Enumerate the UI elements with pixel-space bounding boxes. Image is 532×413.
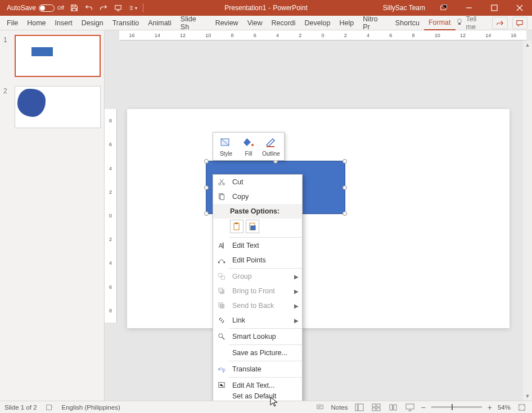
alt-text-icon: [217, 380, 227, 391]
cm-copy-label: Copy: [232, 193, 249, 201]
cm-send-back: Send to Back ▶: [213, 298, 302, 313]
paste-picture-button[interactable]: [246, 220, 259, 233]
tab-animations[interactable]: Animati: [143, 16, 176, 30]
save-icon[interactable]: [70, 3, 79, 12]
list-icon[interactable]: ▾: [128, 3, 137, 12]
scroll-up-icon[interactable]: ▲: [523, 40, 532, 49]
cm-edit-alt-label: Edit Alt Text...: [232, 382, 275, 389]
handle-tl[interactable]: [204, 159, 209, 164]
thumb-blob: [17, 89, 46, 117]
zoom-level[interactable]: 54%: [498, 404, 511, 411]
edit-text-icon: A: [217, 240, 227, 251]
cm-cut-label: Cut: [232, 178, 243, 186]
tab-home[interactable]: Home: [22, 16, 50, 30]
cm-link[interactable]: Link ▶: [213, 313, 302, 328]
cm-group: Group ▶: [213, 269, 302, 284]
cm-copy[interactable]: Copy: [213, 189, 302, 204]
cm-cut[interactable]: Cut: [213, 175, 302, 189]
handle-br[interactable]: [342, 211, 347, 216]
copy-icon: [217, 192, 227, 202]
edit-points-icon: [217, 255, 227, 265]
tab-nitro[interactable]: Nitro Pr: [358, 16, 391, 30]
style-button[interactable]: Style: [215, 135, 237, 158]
scroll-down-icon[interactable]: ▼: [523, 392, 532, 401]
edit-area: 1614121086420246810121416 864202468 ▲ ▼: [105, 30, 532, 401]
slideshow-view-icon[interactable]: [404, 403, 416, 412]
tab-file[interactable]: File: [2, 16, 22, 30]
doc-name: Presentation1: [224, 4, 266, 12]
zoom-slider[interactable]: [431, 406, 482, 408]
fit-window-icon[interactable]: [516, 403, 528, 412]
reading-view-icon[interactable]: [387, 403, 399, 412]
zoom-out-icon[interactable]: −: [421, 403, 426, 412]
handle-mr[interactable]: [342, 185, 347, 190]
style-label: Style: [220, 151, 232, 157]
send-back-icon: [217, 301, 227, 311]
language-indicator[interactable]: English (Philippines): [62, 404, 120, 411]
redo-icon[interactable]: [99, 3, 108, 12]
tab-shortcuts[interactable]: Shortcu: [391, 16, 424, 30]
comments-icon[interactable]: [512, 17, 528, 29]
close-icon[interactable]: [507, 0, 532, 16]
title-bar-right: SillySac Team: [377, 0, 532, 16]
minimize-icon[interactable]: [456, 0, 481, 16]
fill-button[interactable]: Fill: [238, 135, 259, 158]
cm-bring-front: Bring to Front ▶: [213, 284, 302, 298]
thumbnail-2[interactable]: 2: [3, 86, 101, 128]
cm-save-picture[interactable]: Save as Picture...: [213, 346, 302, 360]
zoom-in-icon[interactable]: +: [488, 403, 492, 412]
share-icon[interactable]: [492, 17, 508, 29]
tab-insert[interactable]: Insert: [51, 16, 77, 30]
tab-help[interactable]: Help: [335, 16, 358, 30]
undo-icon[interactable]: [84, 3, 93, 12]
link-icon: [217, 315, 227, 325]
slide-indicator[interactable]: Slide 1 of 2: [4, 404, 37, 411]
maximize-icon[interactable]: [481, 0, 507, 16]
thumb-rect: [31, 47, 53, 56]
cm-edit-alt[interactable]: Edit Alt Text...: [213, 378, 302, 393]
present-icon[interactable]: [114, 3, 123, 12]
cm-smart-lookup[interactable]: Smart Lookup: [213, 329, 302, 344]
thumbnail-1[interactable]: 1: [3, 35, 101, 77]
cm-translate[interactable]: a字 Translate: [213, 362, 302, 376]
svg-rect-16: [223, 243, 224, 249]
spellcheck-icon[interactable]: [44, 403, 55, 412]
outline-button[interactable]: Outline: [260, 135, 282, 158]
tab-design[interactable]: Design: [77, 16, 108, 30]
normal-view-icon[interactable]: [354, 403, 365, 412]
cm-paste-row: [213, 219, 302, 237]
svg-rect-2: [492, 5, 497, 11]
thumbnail-panel[interactable]: 1 2: [0, 30, 105, 401]
cm-translate-label: Translate: [232, 365, 262, 373]
tab-review[interactable]: Review: [211, 16, 243, 30]
cm-send-back-label: Send to Back: [232, 302, 274, 310]
cm-edit-points[interactable]: Edit Points: [213, 253, 302, 267]
tab-format[interactable]: Format: [424, 16, 456, 30]
paste-keep-source-button[interactable]: [230, 220, 244, 233]
slide-canvas[interactable]: [127, 109, 510, 328]
notes-label[interactable]: Notes: [331, 404, 348, 411]
handle-tr[interactable]: [342, 159, 347, 164]
handle-ml[interactable]: [204, 185, 209, 190]
app-name: PowerPoint: [273, 4, 307, 12]
thumb-2-canvas[interactable]: [15, 86, 101, 128]
ribbon-options-icon[interactable]: [431, 0, 456, 16]
tell-me-search[interactable]: Tell me: [456, 15, 488, 31]
thumb-1-canvas[interactable]: [15, 35, 101, 77]
tab-recording[interactable]: Recordi: [267, 16, 300, 30]
user-name[interactable]: SillySac Team: [377, 4, 431, 12]
tab-slideshow[interactable]: Slide Sh: [176, 16, 211, 30]
notes-icon[interactable]: [314, 403, 326, 412]
cm-edit-text[interactable]: A Edit Text: [213, 238, 302, 253]
handle-bl[interactable]: [204, 211, 209, 216]
vertical-scrollbar[interactable]: ▲ ▼: [523, 40, 532, 401]
outline-icon: [264, 136, 278, 149]
title-center: Presentation1 - PowerPoint: [224, 4, 307, 12]
tab-developer[interactable]: Develop: [300, 16, 335, 30]
tab-view[interactable]: View: [243, 16, 267, 30]
autosave-toggle[interactable]: AutoSave Off: [7, 4, 64, 12]
cm-smart-lookup-label: Smart Lookup: [232, 333, 276, 341]
autosave-switch[interactable]: [39, 4, 55, 12]
tab-transitions[interactable]: Transitio: [108, 16, 143, 30]
sorter-view-icon[interactable]: [371, 403, 382, 412]
